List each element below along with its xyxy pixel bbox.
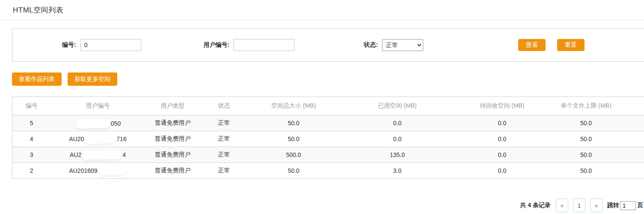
record-count-text: 共 4 条记录 xyxy=(520,202,551,209)
table-header-row: 编号用户编号用户类型状态空间总大小 (MB)已用空间 (MB)待回收空间 (MB… xyxy=(12,97,644,115)
user-id-field-group: 用户编号: xyxy=(204,39,295,51)
prev-page-button[interactable]: « xyxy=(556,199,568,212)
cell-user-type: 普通免费用户 xyxy=(145,163,201,179)
reset-button[interactable]: 重置 xyxy=(557,39,585,51)
page-title: HTML空间列表 xyxy=(13,5,63,15)
column-header-2: 用户类型 xyxy=(145,97,201,115)
cell-total-space-link[interactable]: 50.0 xyxy=(248,131,340,147)
jump-to-page-label: 跳转 xyxy=(607,202,619,209)
column-header-8: 操作 xyxy=(623,97,644,115)
user-id-visible-suffix: 050 xyxy=(111,120,121,127)
search-button[interactable]: 搜索 xyxy=(518,39,546,51)
column-header-6: 待回收空间 (MB) xyxy=(455,97,549,115)
cell-total-space-link[interactable]: 500.0 xyxy=(248,147,340,163)
cell-id: 4 xyxy=(12,131,51,147)
column-header-5: 已用空间 (MB) xyxy=(340,97,455,115)
user-id-visible-prefix: AU2 xyxy=(70,151,81,158)
space-list-table: 编号用户编号用户类型状态空间总大小 (MB)已用空间 (MB)待回收空间 (MB… xyxy=(12,96,644,179)
user-id-redaction-smudge xyxy=(82,150,122,160)
cell-used-space-link[interactable]: 0.0 xyxy=(340,115,455,131)
user-id-value: AU201609 xyxy=(69,166,126,175)
cell-used-space-link[interactable]: 0.0 xyxy=(340,131,455,147)
id-input[interactable] xyxy=(80,39,141,51)
table-row: 3AU24普通免费用户正常500.0135.00.050.0 xyxy=(12,147,644,163)
action-button-row: 查看作品列表 获取更多空间 xyxy=(12,72,644,86)
id-field-group: 编号: xyxy=(62,39,141,51)
cell-id: 3 xyxy=(12,147,51,163)
cell-operations xyxy=(623,147,644,163)
search-form-buttons: 搜索 重置 xyxy=(518,39,585,51)
cell-pending-reclaim: 0.0 xyxy=(455,163,549,179)
cell-user-id: AU24 xyxy=(51,147,145,163)
status-field-label: 状态: xyxy=(364,41,378,49)
cell-id: 2 xyxy=(12,163,51,179)
user-id-redaction-smudge xyxy=(98,166,125,175)
cell-pending-reclaim: 0.0 xyxy=(455,131,549,147)
user-id-value: AU20716 xyxy=(69,134,126,144)
cell-operations xyxy=(623,131,644,147)
status-field-group: 状态: 正常 xyxy=(364,39,423,51)
next-page-button[interactable]: » xyxy=(590,199,602,212)
table-row: 5050普通免费用户正常50.00.00.050.0 xyxy=(12,115,644,131)
cell-user-id: AU20716 xyxy=(51,131,145,147)
status-select[interactable]: 正常 xyxy=(382,39,423,51)
cell-status: 正常 xyxy=(201,115,248,131)
cell-user-type: 普通免费用户 xyxy=(145,147,201,163)
user-id-value: 050 xyxy=(75,119,121,128)
page-unit-label: 页 xyxy=(637,202,643,209)
cell-id: 5 xyxy=(12,115,51,131)
user-id-visible-suffix: 716 xyxy=(116,136,126,142)
user-id-redaction-smudge xyxy=(85,134,116,144)
user-id-visible-prefix: AU20 xyxy=(69,136,84,142)
cell-single-file-limit: 50.0 xyxy=(549,131,623,147)
column-header-0: 编号 xyxy=(12,97,51,115)
column-header-3: 状态 xyxy=(201,97,248,115)
page-number-button[interactable]: 1 xyxy=(573,199,585,212)
pagination-bar: 共 4 条记录 « 1 » 跳转 页 xyxy=(0,199,644,212)
user-id-value: AU24 xyxy=(70,150,126,160)
jump-to-page-input[interactable] xyxy=(620,201,636,210)
cell-single-file-limit: 50.0 xyxy=(549,147,623,163)
cell-single-file-limit: 50.0 xyxy=(549,163,623,179)
cell-total-space-link[interactable]: 50.0 xyxy=(248,115,340,131)
user-id-input[interactable] xyxy=(234,39,294,51)
id-field-label: 编号: xyxy=(62,41,76,49)
cell-operations xyxy=(623,163,644,179)
user-id-visible-suffix: 4 xyxy=(122,151,126,158)
view-works-list-button[interactable]: 查看作品列表 xyxy=(12,72,62,86)
cell-pending-reclaim: 0.0 xyxy=(455,115,549,131)
table-body: 5050普通免费用户正常50.00.00.050.04AU20716普通免费用户… xyxy=(12,115,644,179)
search-panel: 编号: 用户编号: 状态: 正常 搜索 重置 xyxy=(12,28,644,62)
cell-user-type: 普通免费用户 xyxy=(145,115,201,131)
table-row: 4AU20716普通免费用户正常50.00.00.050.0 xyxy=(12,131,644,147)
user-id-redaction-smudge xyxy=(76,118,110,128)
cell-status: 正常 xyxy=(201,147,248,163)
cell-user-id: AU201609 xyxy=(51,163,145,179)
cell-pending-reclaim: 0.0 xyxy=(455,147,549,163)
table-row: 2AU201609普通免费用户正常50.03.00.050.0 xyxy=(12,163,644,179)
cell-status: 正常 xyxy=(201,163,248,179)
get-more-space-button[interactable]: 获取更多空间 xyxy=(68,72,117,86)
column-header-1: 用户编号 xyxy=(51,97,145,115)
page-header: HTML空间列表 xyxy=(0,0,644,21)
cell-used-space-link[interactable]: 135.0 xyxy=(340,147,455,163)
column-header-4: 空间总大小 (MB) xyxy=(248,97,340,115)
cell-used-space-link[interactable]: 3.0 xyxy=(340,163,455,179)
column-header-7: 单个文件上限 (MB) xyxy=(549,97,623,115)
user-id-visible-prefix: AU201609 xyxy=(69,167,97,174)
cell-user-type: 普通免费用户 xyxy=(145,131,201,147)
cell-total-space-link[interactable]: 50.0 xyxy=(248,163,340,179)
cell-user-id: 050 xyxy=(51,115,145,131)
cell-operations xyxy=(623,115,644,131)
cell-single-file-limit: 50.0 xyxy=(549,115,623,131)
cell-status: 正常 xyxy=(201,131,248,147)
user-id-field-label: 用户编号: xyxy=(204,41,230,49)
